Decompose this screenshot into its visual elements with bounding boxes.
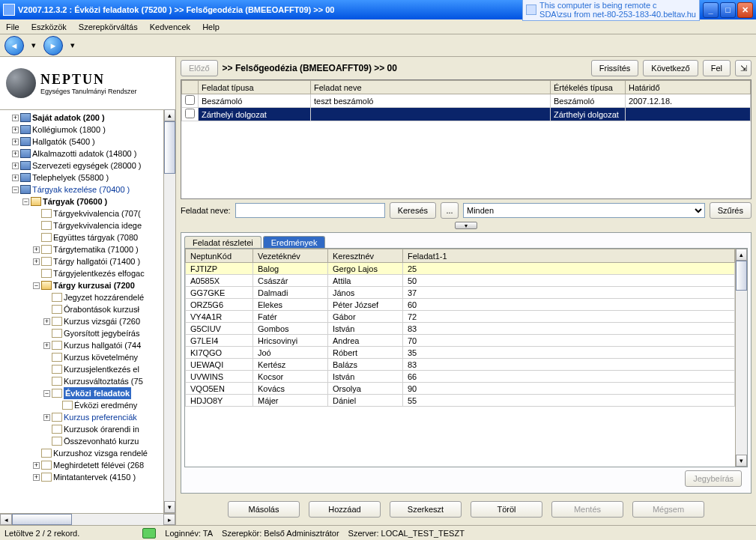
expander-icon[interactable]: + — [43, 318, 50, 325]
expander-icon[interactable]: − — [43, 390, 50, 397]
scroll-right-icon[interactable]: ▸ — [163, 514, 175, 525]
cancel-button[interactable]: Mégsem — [632, 501, 704, 518]
pin-button[interactable]: ⇲ — [735, 60, 752, 76]
expander-icon[interactable]: + — [43, 342, 50, 349]
save-button[interactable]: Mentés — [551, 501, 623, 518]
expander-icon[interactable]: + — [12, 151, 19, 157]
tree-item[interactable]: Kurzusváltoztatás (75 — [64, 375, 143, 387]
tab-details[interactable]: Feladat részletei — [184, 236, 261, 249]
results-table[interactable]: NeptunKód Vezetéknév Keresztnév Feladat1… — [185, 249, 735, 467]
scroll-down-icon[interactable]: ▾ — [164, 501, 175, 513]
tree-item[interactable]: Saját adatok (200 ) — [32, 112, 105, 124]
table-row[interactable]: HDJO8YMájerDániel55 — [186, 395, 735, 407]
col-header[interactable]: NeptunKód — [186, 249, 253, 263]
expander-icon[interactable]: + — [33, 258, 40, 265]
table-row[interactable]: Beszámoló teszt beszámoló Beszámoló 2007… — [182, 94, 751, 108]
tree-item[interactable]: Tárgy hallgatói (71400 ) — [53, 255, 140, 267]
tree-item-selected[interactable]: Évközi feladatok — [64, 387, 131, 399]
expander-icon[interactable]: + — [33, 474, 40, 481]
scroll-left-icon[interactable]: ◂ — [0, 514, 12, 525]
filter-button[interactable]: Szűrés — [710, 202, 752, 219]
nav-tree[interactable]: +Saját adatok (200 ) +Kollégiumok (1800 … — [0, 109, 163, 513]
tree-item[interactable]: Kurzus hallgatói (744 — [64, 339, 141, 351]
col-header[interactable]: Feladat típusa — [199, 81, 311, 94]
table-row[interactable]: UVWINSKocsorIstván66 — [186, 371, 735, 383]
close-button[interactable]: ✕ — [737, 2, 753, 18]
expander-icon[interactable]: + — [33, 246, 40, 253]
expander-icon[interactable]: − — [22, 198, 29, 205]
expander-icon[interactable]: + — [12, 115, 19, 121]
menu-help[interactable]: Help — [199, 21, 223, 33]
scroll-thumb[interactable] — [736, 261, 747, 291]
search-more-button[interactable]: ... — [441, 202, 459, 219]
tree-item[interactable]: Tárgyak kezelése (70400 ) — [32, 183, 130, 195]
forward-dropdown[interactable]: ▾ — [69, 40, 76, 50]
scroll-up-icon[interactable]: ▴ — [164, 109, 175, 121]
next-button[interactable]: Következő — [643, 60, 698, 76]
table-row[interactable]: VY4A1RFatérGábor72 — [186, 311, 735, 323]
tree-item[interactable]: Órabontások kurzusł — [64, 303, 139, 315]
tree-item[interactable]: Évközi eredmény — [74, 399, 137, 411]
row-checkbox[interactable] — [185, 109, 195, 118]
tree-item[interactable]: Jegyzet hozzárendelé — [64, 291, 144, 303]
col-header[interactable]: Feladat neve — [311, 81, 551, 94]
col-header[interactable]: Határidő — [626, 81, 751, 94]
tree-item[interactable]: Kollégiumok (1800 ) — [32, 124, 106, 136]
tree-item[interactable]: Kurzusok órarendi in — [64, 423, 139, 435]
filter-select[interactable]: Minden — [463, 203, 705, 218]
tree-item[interactable]: Kurzushoz vizsga rendelé — [53, 447, 148, 459]
search-input[interactable] — [235, 203, 385, 218]
tree-item[interactable]: Tárgyjelentkezés elfogac — [53, 267, 145, 279]
tree-hscrollbar[interactable]: ◂ ▸ — [0, 513, 175, 525]
scroll-down-icon[interactable]: ▾ — [736, 455, 747, 467]
tree-item[interactable]: Meghirdetett félévei (268 — [53, 459, 144, 471]
prev-button[interactable]: Előző — [181, 60, 218, 76]
search-button[interactable]: Keresés — [390, 202, 436, 219]
table-row[interactable]: VQO5ENKovácsOrsolya90 — [186, 383, 735, 395]
tree-item[interactable]: Mintatantervek (4150 ) — [53, 471, 136, 483]
col-header[interactable]: Értékelés típusa — [551, 81, 626, 94]
back-dropdown[interactable]: ▾ — [30, 40, 37, 50]
table-row[interactable]: FJTIZPBalogGergo Lajos25 — [186, 263, 735, 275]
menu-favorites[interactable]: Kedvencek — [147, 21, 193, 33]
tree-item[interactable]: Szervezeti egységek (28000 ) — [32, 160, 142, 172]
tree-item[interactable]: Tárgytematika (71000 ) — [53, 243, 139, 255]
expander-icon[interactable]: + — [12, 175, 19, 181]
table-row[interactable]: KI7QGOJoóRóbert35 — [186, 347, 735, 359]
minimize-button[interactable]: _ — [703, 2, 719, 18]
tree-item[interactable]: Tárgy kurzusai (7200 — [53, 279, 135, 291]
tab-results[interactable]: Eredmények — [263, 236, 326, 249]
tree-item[interactable]: Kurzus vizsgái (7260 — [64, 315, 140, 327]
delete-button[interactable]: Töröl — [471, 501, 542, 518]
maximize-button[interactable]: □ — [720, 2, 736, 18]
tree-item[interactable]: Tárgyekvivalencia idege — [53, 219, 142, 231]
refresh-button[interactable]: Frissítés — [591, 60, 639, 76]
expander-icon[interactable]: − — [33, 282, 40, 289]
results-vscrollbar[interactable]: ▴ ▾ — [735, 249, 747, 467]
scroll-thumb[interactable] — [12, 514, 72, 525]
tree-item[interactable]: Telephelyek (55800 ) — [32, 172, 109, 183]
col-header[interactable]: Vezetéknév — [253, 249, 328, 263]
copy-button[interactable]: Másolás — [228, 501, 300, 518]
up-button[interactable]: Fel — [703, 60, 731, 76]
task-table[interactable]: Feladat típusa Feladat neve Értékelés tí… — [181, 79, 752, 199]
scroll-thumb[interactable] — [164, 121, 175, 174]
menu-tools[interactable]: Eszközök — [28, 21, 70, 33]
expander-icon[interactable]: + — [43, 414, 50, 421]
expander-icon[interactable]: − — [12, 186, 19, 193]
edit-button[interactable]: Szerkeszt — [390, 501, 462, 518]
col-header[interactable]: Keresztnév — [328, 249, 403, 263]
expander-icon[interactable]: + — [12, 163, 19, 169]
tree-item[interactable]: Gyorsított jegybeírás — [64, 327, 140, 339]
table-row[interactable]: ORZ5G6ElekesPéter József60 — [186, 299, 735, 311]
tree-item[interactable]: Hallgatók (5400 ) — [32, 136, 95, 148]
table-row[interactable]: GG7GKEDalmadiJános37 — [186, 287, 735, 299]
col-checkbox[interactable] — [182, 81, 199, 94]
tree-vscrollbar[interactable]: ▴ ▾ — [163, 109, 175, 513]
scroll-up-icon[interactable]: ▴ — [736, 249, 747, 261]
expander-icon[interactable]: + — [12, 127, 19, 133]
add-button[interactable]: Hozzáad — [309, 501, 381, 518]
grade-entry-button[interactable]: Jegybeírás — [685, 470, 742, 487]
tree-item[interactable]: Tárgyak (70600 ) — [43, 195, 107, 207]
tree-item[interactable]: Kurzus preferenciák — [64, 411, 137, 423]
